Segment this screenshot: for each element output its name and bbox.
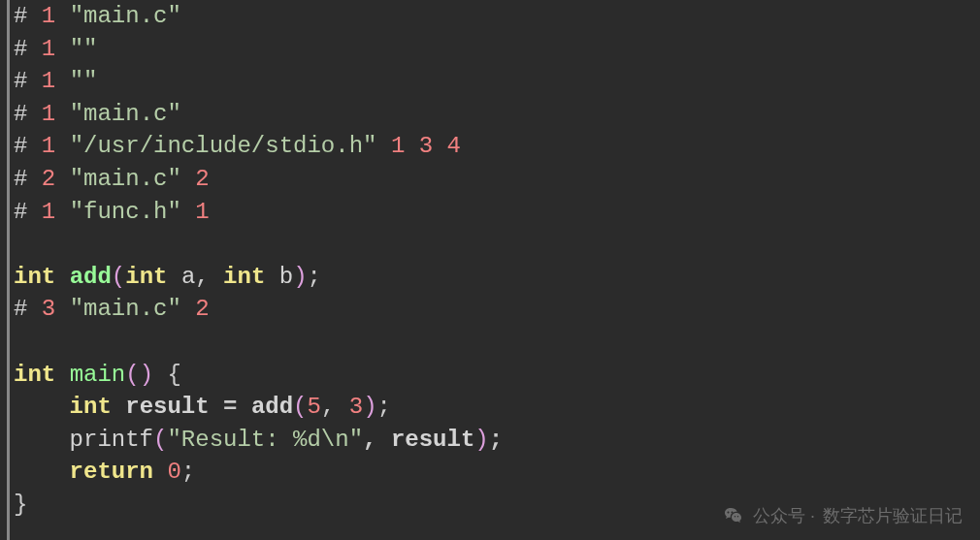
editor-gutter bbox=[0, 0, 10, 540]
code-line-9: # 3 "main.c" 2 bbox=[14, 293, 980, 326]
code-line-4: # 1 "/usr/include/stdio.h" 1 3 4 bbox=[14, 130, 980, 163]
code-line-13: printf("Result: %d\n", result); bbox=[14, 424, 980, 457]
code-editor: # 1 "main.c"# 1 ""# 1 ""# 1 "main.c"# 1 … bbox=[0, 0, 980, 540]
code-line-11: int main() { bbox=[14, 359, 980, 392]
code-line-5: # 2 "main.c" 2 bbox=[14, 163, 980, 196]
code-line-14: return 0; bbox=[14, 456, 980, 489]
code-line-8: int add(int a, int b); bbox=[14, 261, 980, 294]
watermark-text: 数字芯片验证日记 bbox=[823, 504, 963, 528]
code-line-12: int result = add(5, 3); bbox=[14, 391, 980, 424]
code-line-0: # 1 "main.c" bbox=[14, 0, 980, 33]
code-line-3: # 1 "main.c" bbox=[14, 98, 980, 131]
code-line-7 bbox=[14, 228, 980, 261]
code-line-2: # 1 "" bbox=[14, 65, 980, 98]
watermark-prefix: 公众号 · bbox=[753, 504, 815, 528]
code-line-6: # 1 "func.h" 1 bbox=[14, 196, 980, 229]
watermark: 公众号 · 数字芯片验证日记 bbox=[722, 504, 963, 528]
code-line-10 bbox=[14, 326, 980, 359]
code-content[interactable]: # 1 "main.c"# 1 ""# 1 ""# 1 "main.c"# 1 … bbox=[10, 0, 980, 540]
wechat-icon bbox=[722, 504, 745, 527]
code-line-1: # 1 "" bbox=[14, 33, 980, 66]
